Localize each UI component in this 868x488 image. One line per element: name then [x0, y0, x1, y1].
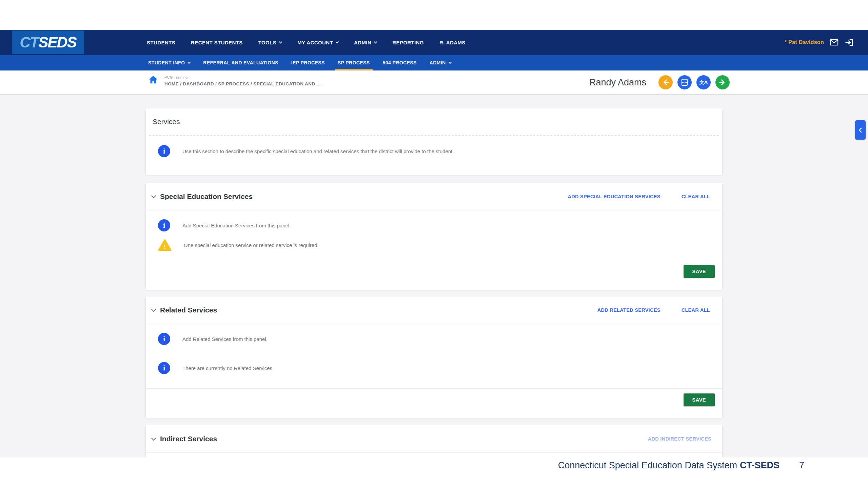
info-icon: i [158, 362, 170, 374]
logout-icon[interactable] [844, 38, 854, 47]
add-related-services-link[interactable]: ADD RELATED SERVICES [597, 307, 660, 313]
top-navigation-bar: CTSEDS STUDENTS RECENT STUDENTS TOOLS MY… [0, 30, 868, 55]
svg-text:PDF: PDF [682, 81, 687, 84]
logo-seds: SEDS [38, 34, 76, 50]
chevron-left-icon [857, 126, 864, 134]
related-services-panel: Related Services ADD RELATED SERVICES CL… [146, 297, 722, 419]
clear-all-link[interactable]: CLEAR ALL [682, 194, 710, 199]
top-menu: STUDENTS RECENT STUDENTS TOOLS MY ACCOUN… [147, 40, 466, 45]
menu-reporting[interactable]: REPORTING [392, 40, 424, 45]
section-title: Indirect Services [160, 435, 217, 443]
logo-ct: CT [20, 34, 38, 50]
mail-icon[interactable] [829, 38, 839, 47]
menu-admin[interactable]: ADMIN [354, 40, 377, 45]
expand-panel-tab[interactable] [855, 120, 866, 140]
svg-text:文A: 文A [699, 80, 708, 85]
slide: CTSEDS STUDENTS RECENT STUDENTS TOOLS MY… [0, 0, 868, 488]
clear-all-link[interactable]: CLEAR ALL [682, 307, 710, 313]
services-info-row: i Use this section to describe the speci… [146, 145, 722, 157]
menu-recent-students[interactable]: RECENT STUDENTS [191, 40, 243, 45]
chevron-down-icon [188, 60, 191, 64]
ctseds-logo[interactable]: CTSEDS [12, 30, 84, 54]
collapse-chevron-icon[interactable] [151, 193, 156, 198]
tab-iep-process[interactable]: IEP PROCESS [287, 55, 329, 70]
info-icon: i [158, 333, 170, 345]
tab-referral-and-evaluations[interactable]: REFERRAL AND EVALUATIONS [199, 55, 282, 70]
save-button[interactable]: SAVE [684, 265, 715, 278]
chevron-down-icon [374, 40, 377, 43]
add-indirect-services-link[interactable]: ADD INDIRECT SERVICES [648, 436, 711, 442]
indirect-services-panel: Indirect Services ADD INDIRECT SERVICES [146, 425, 722, 458]
topnav-right: * Pat Davidson [785, 30, 854, 55]
translate-icon[interactable]: 文A [696, 75, 711, 89]
tab-sp-process[interactable]: SP PROCESS [334, 55, 374, 70]
add-special-education-services-link[interactable]: ADD SPECIAL EDUCATION SERVICES [568, 194, 660, 199]
divider [146, 452, 722, 453]
breadcrumb[interactable]: HOME / DASHBOARD / SP PROCESS / SPECIAL … [164, 81, 321, 86]
info-icon: i [158, 219, 170, 231]
info-icon: i [158, 145, 170, 157]
menu-r-adams[interactable]: R. ADAMS [439, 40, 466, 45]
back-button[interactable] [658, 75, 673, 89]
section-title: Related Services [160, 306, 217, 314]
chevron-down-icon [448, 60, 452, 64]
menu-students[interactable]: STUDENTS [147, 40, 175, 45]
student-name: Randy Adams [589, 77, 646, 88]
services-info-text: Use this section to describe the specifi… [182, 148, 454, 154]
divider [146, 210, 722, 210]
section-title: Special Education Services [160, 192, 253, 201]
page-content: Services i Use this section to describe … [0, 95, 868, 458]
tab-admin[interactable]: ADMIN [426, 55, 455, 70]
chevron-down-icon [279, 40, 282, 43]
info-row: i Add Special Education Services from th… [146, 219, 722, 231]
home-icon[interactable] [148, 75, 158, 86]
breadcrumb-bar: PCG Training HOME / DASHBOARD / SP PROCE… [0, 70, 868, 95]
menu-tools[interactable]: TOOLS [258, 40, 282, 45]
collapse-chevron-icon[interactable] [151, 307, 156, 311]
pdf-document-icon[interactable]: PDF [677, 75, 692, 89]
forward-button[interactable] [715, 75, 730, 89]
svg-text:!: ! [164, 244, 166, 250]
chevron-down-icon [336, 40, 339, 43]
warning-icon: ! [158, 239, 172, 251]
district-context: PCG Training [164, 75, 321, 79]
logged-in-user[interactable]: * Pat Davidson [785, 39, 824, 45]
collapse-chevron-icon[interactable] [151, 435, 156, 440]
menu-my-account[interactable]: MY ACCOUNT [297, 40, 338, 45]
page-number: 7 [799, 460, 804, 471]
page-title: Services [146, 108, 722, 126]
special-education-services-panel: Special Education Services ADD SPECIAL E… [146, 183, 722, 290]
slide-footer: Connecticut Special Education Data Syste… [558, 460, 804, 471]
tab-student-info[interactable]: STUDENT INFO [144, 55, 194, 70]
divider [149, 135, 719, 136]
tab-504-process[interactable]: 504 PROCESS [379, 55, 421, 70]
divider [146, 324, 722, 324]
warning-row: ! One special education service or relat… [146, 239, 722, 251]
footer-brand: CT-SEDS [740, 460, 780, 471]
empty-state-row: i There are currently no Related Service… [146, 362, 722, 374]
save-button[interactable]: SAVE [684, 393, 715, 406]
footer-text: Connecticut Special Education Data Syste… [558, 460, 737, 471]
services-panel: Services i Use this section to describe … [146, 108, 722, 175]
info-row: i Add Related Services from this panel. [146, 333, 722, 345]
process-navigation-bar: STUDENT INFO REFERRAL AND EVALUATIONS IE… [0, 55, 868, 70]
